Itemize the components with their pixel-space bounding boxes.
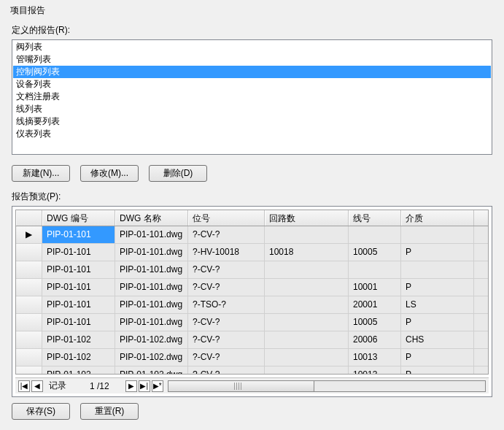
row-selector[interactable] — [16, 279, 42, 296]
table-cell[interactable]: ?-TSO-? — [188, 296, 265, 313]
grid-header-line[interactable]: 线号 — [349, 210, 401, 226]
table-cell[interactable] — [349, 226, 401, 243]
table-cell[interactable]: ?-CV-? — [188, 349, 265, 366]
table-cell[interactable]: PIP-01-101.dwg — [115, 296, 188, 313]
horizontal-scrollbar[interactable] — [168, 380, 486, 392]
list-item[interactable]: 设备列表 — [13, 78, 491, 91]
table-cell[interactable] — [265, 279, 349, 296]
table-row[interactable]: PIP-01-101PIP-01-101.dwg?-HV-10018100181… — [16, 244, 488, 261]
row-selector[interactable]: ▶ — [16, 226, 42, 243]
list-item[interactable]: 线列表 — [13, 103, 491, 115]
list-item[interactable]: 线摘要列表 — [13, 115, 491, 128]
list-item[interactable]: 阀列表 — [13, 41, 491, 53]
table-cell[interactable]: 20006 — [349, 331, 401, 348]
table-cell[interactable]: PIP-01-101 — [42, 296, 115, 313]
table-row[interactable]: PIP-01-102PIP-01-102.dwg?-CV-?20006CHS — [16, 331, 488, 349]
table-cell[interactable]: PIP-01-101 — [42, 244, 115, 261]
nav-last-button[interactable]: ▶| — [139, 380, 150, 392]
table-cell[interactable]: PIP-01-102 — [42, 331, 115, 348]
table-cell[interactable] — [401, 226, 474, 243]
table-cell[interactable]: PIP-01-102 — [42, 366, 115, 374]
list-item[interactable]: 仪表列表 — [13, 128, 491, 140]
table-cell[interactable]: PIP-01-101 — [42, 226, 115, 243]
table-cell[interactable]: PIP-01-101.dwg — [115, 226, 188, 243]
modify-button[interactable]: 修改(M)... — [80, 165, 139, 182]
nav-prev-button[interactable]: ◀ — [31, 380, 43, 392]
table-cell[interactable]: PIP-01-101.dwg — [115, 279, 188, 296]
table-cell[interactable]: PIP-01-101 — [42, 279, 115, 296]
table-cell[interactable] — [265, 349, 349, 366]
grid-header-selector[interactable] — [16, 210, 42, 226]
table-row[interactable]: PIP-01-102PIP-01-102.dwg?-CV-?10013P — [16, 366, 488, 374]
table-cell[interactable]: P — [401, 349, 474, 366]
table-cell[interactable]: P — [401, 244, 474, 261]
delete-button[interactable]: 删除(D) — [149, 165, 207, 182]
table-row[interactable]: ▶PIP-01-101PIP-01-101.dwg?-CV-? — [16, 226, 488, 244]
table-cell[interactable]: CHS — [401, 331, 474, 348]
reset-button[interactable]: 重置(R) — [80, 403, 139, 420]
table-cell[interactable]: ?-CV-? — [188, 261, 265, 278]
list-item[interactable]: 管嘴列表 — [13, 53, 491, 66]
row-selector[interactable] — [16, 366, 42, 374]
table-cell[interactable]: ?-CV-? — [188, 331, 265, 348]
table-cell[interactable]: PIP-01-102.dwg — [115, 349, 188, 366]
row-selector[interactable] — [16, 349, 42, 366]
table-cell[interactable]: PIP-01-102.dwg — [115, 331, 188, 348]
grid-header-dwg-number[interactable]: DWG 编号 — [42, 210, 115, 226]
grid-header-dwg-name[interactable]: DWG 名称 — [115, 210, 188, 226]
report-preview-grid[interactable]: DWG 编号 DWG 名称 位号 回路数 线号 介质 ▶PIP-01-101PI… — [15, 210, 489, 375]
table-cell[interactable]: 10005 — [349, 314, 401, 331]
table-cell[interactable]: 10018 — [265, 244, 349, 261]
table-cell[interactable]: PIP-01-101 — [42, 261, 115, 278]
grid-header-tag[interactable]: 位号 — [188, 210, 265, 226]
list-item[interactable]: 文档注册表 — [13, 91, 491, 103]
table-cell[interactable]: LS — [401, 296, 474, 313]
nav-first-button[interactable]: |◀ — [18, 380, 30, 392]
nav-new-button[interactable]: ▶* — [152, 380, 163, 392]
table-cell[interactable]: P — [401, 366, 474, 374]
table-cell[interactable] — [265, 261, 349, 278]
row-selector[interactable] — [16, 314, 42, 331]
table-cell[interactable]: P — [401, 279, 474, 296]
table-cell[interactable]: ?-CV-? — [188, 366, 265, 374]
save-button[interactable]: 保存(S) — [12, 403, 70, 420]
table-row[interactable]: PIP-01-101PIP-01-101.dwg?-CV-? — [16, 261, 488, 279]
row-selector[interactable] — [16, 296, 42, 313]
table-row[interactable]: PIP-01-101PIP-01-101.dwg?-TSO-?20001LS — [16, 296, 488, 314]
table-cell[interactable] — [265, 366, 349, 374]
row-selector[interactable] — [16, 244, 42, 261]
table-cell[interactable]: PIP-01-102 — [42, 349, 115, 366]
table-cell[interactable]: 10001 — [349, 279, 401, 296]
table-cell[interactable]: ?-CV-? — [188, 279, 265, 296]
table-cell[interactable]: ?-CV-? — [188, 314, 265, 331]
table-cell[interactable]: P — [401, 314, 474, 331]
table-cell[interactable]: PIP-01-101.dwg — [115, 261, 188, 278]
table-cell[interactable]: ?-CV-? — [188, 226, 265, 243]
defined-reports-list[interactable]: 阀列表管嘴列表控制阀列表设备列表文档注册表线列表线摘要列表仪表列表 — [12, 39, 492, 155]
table-cell[interactable]: PIP-01-101.dwg — [115, 314, 188, 331]
table-cell[interactable]: PIP-01-101 — [42, 314, 115, 331]
table-cell[interactable]: 10013 — [349, 366, 401, 374]
table-cell[interactable]: 10013 — [349, 349, 401, 366]
table-cell[interactable] — [349, 261, 401, 278]
table-row[interactable]: PIP-01-102PIP-01-102.dwg?-CV-?10013P — [16, 349, 488, 366]
table-row[interactable]: PIP-01-101PIP-01-101.dwg?-CV-?10005P — [16, 314, 488, 331]
row-selector[interactable] — [16, 261, 42, 278]
list-item[interactable]: 控制阀列表 — [13, 66, 491, 78]
table-cell[interactable] — [265, 296, 349, 313]
table-cell[interactable]: 20001 — [349, 296, 401, 313]
table-cell[interactable]: 10005 — [349, 244, 401, 261]
table-cell[interactable]: PIP-01-101.dwg — [115, 244, 188, 261]
scrollbar-thumb[interactable] — [168, 381, 314, 391]
new-button[interactable]: 新建(N)... — [12, 165, 70, 182]
grid-header-loop[interactable]: 回路数 — [265, 210, 349, 226]
grid-header-medium[interactable]: 介质 — [401, 210, 474, 226]
table-cell[interactable] — [265, 226, 349, 243]
nav-next-button[interactable]: ▶ — [125, 380, 137, 392]
table-cell[interactable] — [401, 261, 474, 278]
table-cell[interactable] — [265, 331, 349, 348]
table-cell[interactable]: ?-HV-10018 — [188, 244, 265, 261]
row-selector[interactable] — [16, 331, 42, 348]
table-cell[interactable] — [265, 314, 349, 331]
table-row[interactable]: PIP-01-101PIP-01-101.dwg?-CV-?10001P — [16, 279, 488, 296]
